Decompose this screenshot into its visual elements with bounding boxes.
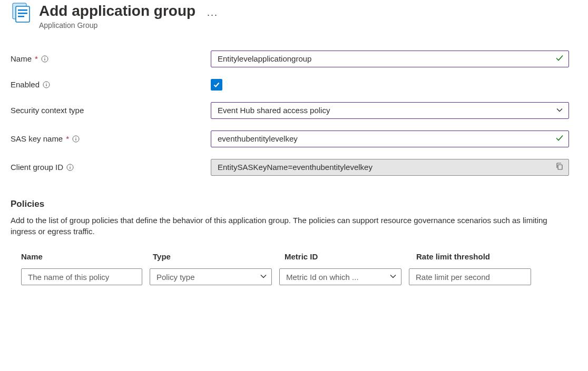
svg-rect-4: [18, 16, 24, 17]
required-indicator: *: [66, 134, 69, 143]
svg-point-6: [44, 57, 45, 57]
info-icon[interactable]: [66, 164, 74, 171]
svg-rect-1: [16, 6, 30, 22]
application-group-form: Name * Enabled Security conte: [11, 51, 577, 176]
client-group-id-label: Client group ID: [11, 163, 63, 172]
policy-row: The name of this policy Policy type Metr…: [21, 268, 548, 285]
svg-rect-17: [558, 165, 562, 169]
sas-key-input[interactable]: [211, 131, 569, 147]
policy-name-input[interactable]: The name of this policy: [21, 268, 142, 285]
policies-table: Name Type Metric ID Rate limit threshold…: [11, 252, 548, 285]
info-icon[interactable]: [72, 135, 80, 143]
chevron-down-icon: [556, 106, 563, 115]
svg-point-12: [75, 137, 76, 137]
svg-rect-3: [18, 13, 27, 14]
policies-section-description: Add to the list of group policies that d…: [11, 215, 558, 238]
info-icon[interactable]: [43, 81, 50, 88]
enabled-checkbox[interactable]: [211, 79, 222, 91]
name-label: Name: [11, 54, 32, 63]
check-icon: [555, 54, 564, 64]
svg-point-9: [46, 83, 46, 83]
page-header: Add application group Application Group …: [11, 0, 577, 29]
page-title: Add application group: [39, 2, 195, 20]
name-input[interactable]: [211, 51, 569, 67]
security-context-select[interactable]: Event Hub shared access policy: [211, 102, 569, 119]
policies-column-metric: Metric ID: [285, 252, 416, 261]
more-actions-button[interactable]: ···: [207, 9, 218, 21]
svg-point-15: [70, 165, 70, 166]
policy-metric-select[interactable]: Metric Id on which ...: [279, 268, 401, 285]
page-subtitle: Application Group: [39, 21, 195, 29]
chevron-down-icon: [389, 273, 397, 282]
check-icon: [555, 134, 564, 144]
policies-section-title: Policies: [11, 199, 577, 209]
svg-rect-2: [18, 9, 27, 11]
enabled-label: Enabled: [11, 80, 40, 89]
sas-key-label: SAS key name: [11, 134, 63, 143]
policy-rate-input[interactable]: Rate limit per second: [409, 268, 531, 285]
security-context-label: Security context type: [11, 106, 84, 115]
required-indicator: *: [35, 54, 38, 63]
policies-column-type: Type: [153, 252, 285, 261]
app-group-icon: [11, 2, 32, 23]
copy-icon[interactable]: [555, 162, 564, 173]
policy-type-select[interactable]: Policy type: [150, 268, 272, 285]
policies-column-name: Name: [21, 252, 153, 261]
client-group-id-field: [211, 159, 569, 176]
chevron-down-icon: [260, 273, 267, 282]
info-icon[interactable]: [41, 55, 48, 63]
policies-column-rate: Rate limit threshold: [416, 252, 548, 261]
